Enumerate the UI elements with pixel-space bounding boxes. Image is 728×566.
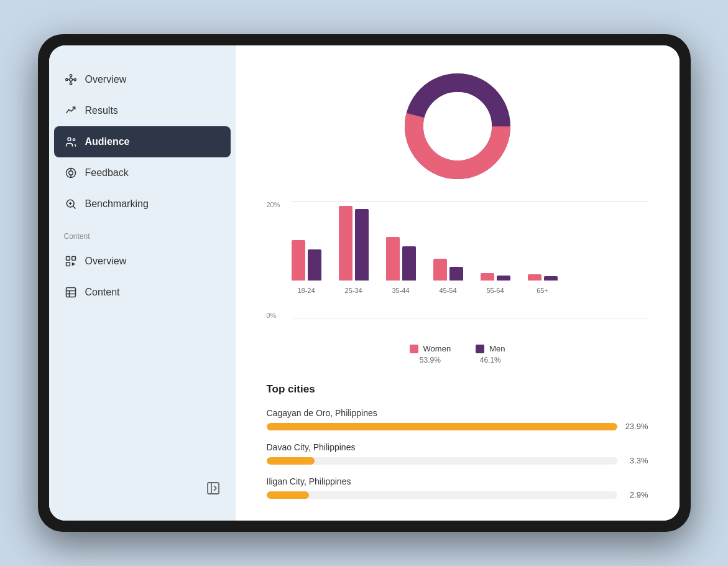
svg-point-10	[73, 139, 75, 141]
people-icon	[64, 135, 78, 149]
sidebar-item-feedback-label: Feedback	[85, 167, 129, 179]
bar-group-55-64: 55-64	[481, 273, 510, 294]
chart-legend: Women 53.9% Men 46.1%	[267, 344, 648, 364]
bar-women-45-54	[433, 259, 447, 281]
svg-point-33	[423, 92, 492, 160]
sidebar-item-content-overview[interactable]: Overview	[49, 246, 236, 277]
bar-label-55-64: 55-64	[486, 287, 504, 294]
bar-group-25-34: 25-34	[339, 206, 369, 294]
sidebar-item-results[interactable]: Results	[49, 95, 236, 126]
city-bar-row-1: 23.9%	[267, 422, 648, 431]
sidebar-item-audience-label: Audience	[85, 136, 130, 147]
legend-women-label: Women	[423, 344, 451, 353]
top-cities-title: Top cities	[267, 383, 648, 396]
sidebar-item-feedback[interactable]: Feedback	[49, 157, 236, 188]
sidebar: Overview Results	[49, 45, 236, 521]
bar-women-18-24	[292, 240, 305, 281]
legend-women-dot	[410, 345, 418, 353]
top-cities-section: Top cities Cagayan de Oro, Philippines 2…	[267, 383, 648, 499]
bar-chart: 18-24 25-34	[267, 201, 648, 313]
bar-men-45-54	[449, 267, 463, 281]
sidebar-bottom	[49, 471, 236, 508]
hub-icon	[64, 73, 78, 86]
sidebar-item-overview-label: Overview	[85, 74, 127, 85]
bar-women-35-44	[386, 237, 400, 281]
svg-rect-21	[66, 262, 70, 266]
chat-icon	[64, 166, 78, 180]
bar-group-65plus: 65+	[528, 274, 558, 294]
sidebar-item-overview[interactable]: Overview	[49, 64, 236, 95]
legend-women-pct: 53.9%	[420, 356, 441, 364]
bar-label-25-34: 25-34	[344, 287, 362, 294]
city-bar-fill-2	[267, 457, 315, 465]
bar-group-18-24: 18-24	[292, 240, 321, 294]
legend-men-pct: 46.1%	[480, 356, 501, 364]
trending-icon	[64, 104, 78, 118]
sidebar-item-benchmarking-label: Benchmarking	[85, 198, 149, 210]
city-pct-2: 3.3%	[624, 456, 648, 465]
bar-men-65plus	[544, 276, 558, 281]
city-item-2: Davao City, Philippines 3.3%	[267, 442, 648, 465]
bar-men-18-24	[308, 249, 321, 281]
bar-women-55-64	[481, 273, 494, 281]
bar-men-35-44	[402, 246, 416, 281]
bar-group-35-44: 35-44	[386, 237, 416, 294]
city-name-1: Cagayan de Oro, Philippines	[267, 408, 648, 418]
legend-women: Women 53.9%	[410, 344, 451, 364]
svg-rect-27	[208, 483, 219, 494]
donut-chart	[395, 64, 520, 188]
svg-point-3	[70, 83, 71, 85]
tablet-frame: Overview Results	[38, 34, 691, 532]
city-pct-1: 23.9%	[624, 422, 648, 431]
grid-play-icon	[64, 254, 78, 268]
bar-label-65plus: 65+	[537, 287, 548, 294]
svg-rect-23	[66, 288, 75, 297]
city-bar-bg-1	[267, 423, 617, 430]
donut-chart-container	[267, 64, 648, 188]
content-section-label: Content	[49, 220, 236, 246]
sidebar-item-content-label: Content	[85, 287, 120, 298]
svg-marker-22	[71, 262, 75, 266]
city-bar-fill-3	[267, 491, 309, 499]
sidebar-item-content-overview-label: Overview	[85, 256, 127, 267]
city-bar-row-2: 3.3%	[267, 456, 648, 465]
legend-men-label: Men	[489, 344, 505, 353]
legend-men-dot	[476, 345, 484, 353]
sidebar-collapse-icon[interactable]	[206, 481, 221, 498]
bar-chart-container: 20% 0% 18-24	[267, 201, 648, 364]
svg-rect-19	[66, 257, 70, 261]
svg-line-16	[73, 206, 75, 209]
bar-label-35-44: 35-44	[392, 287, 409, 294]
sidebar-item-content[interactable]: Content	[49, 277, 236, 308]
legend-men: Men 46.1%	[476, 344, 505, 364]
sidebar-item-results-label: Results	[85, 105, 118, 116]
bar-group-45-54: 45-54	[433, 259, 463, 294]
city-name-3: Iligan City, Philippines	[267, 476, 648, 486]
bar-men-25-34	[355, 209, 369, 281]
svg-rect-20	[71, 257, 75, 261]
city-item-1: Cagayan de Oro, Philippines 23.9%	[267, 408, 648, 431]
main-content: 20% 0% 18-24	[236, 45, 680, 521]
sidebar-item-benchmarking[interactable]: Benchmarking	[49, 188, 236, 220]
svg-line-30	[214, 488, 216, 491]
bar-women-25-34	[339, 206, 352, 281]
city-name-2: Davao City, Philippines	[267, 442, 648, 452]
bar-label-45-54: 45-54	[439, 287, 456, 294]
bar-men-55-64	[497, 276, 510, 281]
svg-point-12	[68, 171, 73, 175]
city-bar-fill-1	[267, 423, 617, 430]
city-bar-row-3: 2.9%	[267, 490, 648, 499]
svg-point-2	[74, 78, 76, 80]
city-pct-3: 2.9%	[624, 490, 648, 499]
search-chart-icon	[64, 197, 78, 211]
bar-women-65plus	[528, 274, 541, 281]
city-bar-bg-3	[267, 491, 617, 499]
bar-label-18-24: 18-24	[297, 287, 315, 294]
table-icon	[64, 285, 78, 299]
sidebar-item-audience[interactable]: Audience	[54, 126, 231, 157]
svg-point-0	[69, 78, 72, 81]
svg-point-1	[70, 75, 71, 77]
city-item-3: Iligan City, Philippines 2.9%	[267, 476, 648, 499]
svg-point-9	[68, 137, 71, 141]
city-bar-bg-2	[267, 457, 617, 465]
